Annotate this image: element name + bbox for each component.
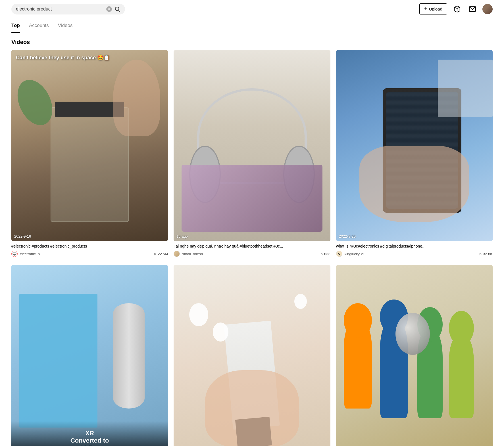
video-author-avatar-3: ☯ — [336, 251, 342, 257]
clear-icon: × — [108, 7, 110, 11]
views-count-2: 833 — [324, 252, 330, 256]
video-thumbnail-3: 2022-9-20 — [336, 50, 493, 241]
video-author-avatar-1 — [11, 251, 18, 257]
video-thumbnail-2: 1d ago — [174, 50, 330, 241]
video-views-3: ▷ 32.8K — [480, 252, 493, 256]
video-desc-2: Tai nghe này đẹp quá, nhạc hay quá.#blue… — [174, 244, 330, 249]
messages-button[interactable] — [467, 4, 478, 14]
video-desc-3: what is it#3c#electronics #digitalproduc… — [336, 244, 493, 249]
search-clear-button[interactable]: × — [106, 6, 112, 12]
avatar[interactable] — [482, 4, 493, 14]
upload-label: Upload — [429, 7, 442, 11]
video-info-1: #electronic #products #electronic_produc… — [11, 241, 168, 259]
video-card-4[interactable]: XRConverted to13 Pro — [11, 265, 168, 446]
video-grid: Can't believe they use it in space 🤩📋 20… — [11, 50, 493, 446]
video-author-1: electronic_p... — [20, 252, 152, 256]
main-content: Videos Can't believe they use it in spac… — [0, 33, 504, 446]
video-card-2[interactable]: 1d ago Tai nghe này đẹp quá, nhạc hay qu… — [174, 50, 330, 259]
video-timestamp-1: 2022-9-16 — [14, 234, 31, 238]
video-author-avatar-2 — [174, 251, 180, 257]
video-info-3: what is it#3c#electronics #digitalproduc… — [336, 241, 493, 259]
search-icon — [114, 6, 120, 12]
views-count-1: 22.5M — [158, 252, 168, 256]
tab-top[interactable]: Top — [11, 18, 20, 33]
play-icon-3: ▷ — [480, 252, 482, 256]
video-info-2: Tai nghe này đẹp quá, nhạc hay quá.#blue… — [174, 241, 330, 259]
tv-icon — [13, 252, 16, 256]
inbox-button[interactable] — [452, 4, 463, 14]
tab-videos[interactable]: Videos — [58, 18, 73, 33]
svg-rect-5 — [13, 252, 16, 255]
video-views-1: ▷ 22.5M — [154, 252, 168, 256]
search-submit-button[interactable] — [114, 6, 120, 12]
video-card-3[interactable]: 2022-9-20 what is it#3c#electronics #dig… — [336, 50, 493, 259]
video-meta-2: smail_onesh... ▷ 833 — [174, 251, 330, 257]
video-thumbnail-1: Can't believe they use it in space 🤩📋 20… — [11, 50, 168, 241]
video-timestamp-3: 2022-9-20 — [339, 234, 356, 238]
video-meta-1: electronic_p... ▷ 22.5M — [11, 251, 168, 257]
video-card-5[interactable] — [174, 265, 330, 446]
section-title: Videos — [11, 39, 493, 45]
upload-button[interactable]: + Upload — [419, 3, 447, 14]
messages-icon — [469, 5, 476, 13]
video-author-2: smail_onesh... — [182, 252, 318, 256]
search-bar: × — [11, 4, 125, 14]
video-thumbnail-6 — [336, 265, 493, 446]
play-icon-1: ▷ — [154, 252, 157, 256]
search-input[interactable] — [16, 7, 104, 12]
header: × + Upload — [0, 0, 504, 18]
video-desc-1: #electronic #products #electronic_produc… — [11, 244, 168, 249]
video-author-3: kinglucky3c — [345, 252, 477, 256]
video-card-6[interactable] — [336, 265, 493, 446]
video-timestamp-2: 1d ago — [176, 234, 188, 238]
video-thumbnail-5 — [174, 265, 330, 446]
video-overlay-text-1: Can't believe they use it in space 🤩📋 — [16, 55, 163, 61]
video-meta-3: ☯ kinglucky3c ▷ 32.8K — [336, 251, 493, 257]
video-card-1[interactable]: Can't believe they use it in space 🤩📋 20… — [11, 50, 168, 259]
svg-line-1 — [118, 10, 120, 12]
upload-plus-icon: + — [424, 6, 427, 12]
tab-accounts[interactable]: Accounts — [29, 18, 49, 33]
video-thumbnail-4: XRConverted to13 Pro — [11, 265, 168, 446]
play-icon-2: ▷ — [321, 252, 323, 256]
tabs-nav: Top Accounts Videos — [0, 18, 504, 33]
views-count-3: 32.8K — [483, 252, 493, 256]
inbox-icon — [453, 5, 461, 13]
video-views-2: ▷ 833 — [321, 252, 330, 256]
avatar-image — [482, 4, 493, 14]
video-overlay-xr: XRConverted to13 Pro — [11, 421, 168, 446]
